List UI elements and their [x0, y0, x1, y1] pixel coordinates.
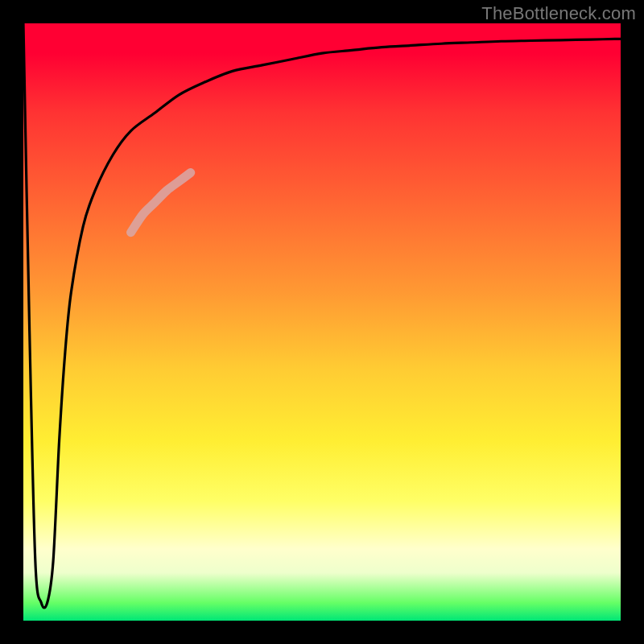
chart-svg	[23, 23, 621, 621]
highlight-segment	[131, 173, 191, 233]
bottleneck-curve	[23, 23, 621, 608]
chart-container: TheBottleneck.com	[0, 0, 644, 644]
watermark-text: TheBottleneck.com	[481, 3, 636, 24]
